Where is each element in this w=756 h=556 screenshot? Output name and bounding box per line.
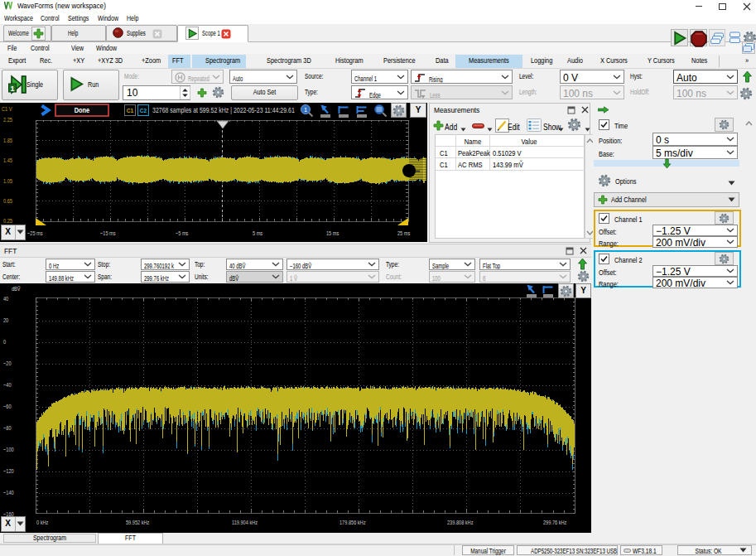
svg-text:1: 1 (10, 85, 14, 93)
svg-text:1: 1 (304, 106, 307, 114)
